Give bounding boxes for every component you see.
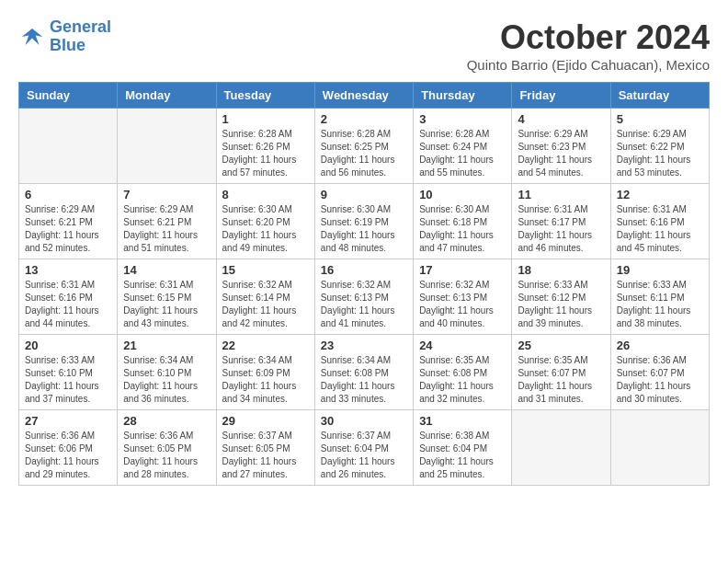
calendar-table: SundayMondayTuesdayWednesdayThursdayFrid… [18,82,710,486]
day-info: Sunrise: 6:33 AM Sunset: 6:12 PM Dayligh… [518,279,604,330]
header-row: SundayMondayTuesdayWednesdayThursdayFrid… [19,83,710,109]
day-number: 31 [419,414,506,428]
calendar-cell: 15Sunrise: 6:32 AM Sunset: 6:14 PM Dayli… [216,259,314,335]
calendar-cell: 18Sunrise: 6:33 AM Sunset: 6:12 PM Dayli… [512,259,610,335]
logo-text: General Blue [50,18,111,55]
title-section: October 2024 Quinto Barrio (Ejido Cahuac… [467,18,710,73]
calendar-cell [118,109,216,184]
day-number: 19 [617,263,703,277]
day-number: 11 [518,188,604,201]
day-info: Sunrise: 6:29 AM Sunset: 6:23 PM Dayligh… [518,128,604,179]
day-number: 9 [321,188,407,201]
day-info: Sunrise: 6:30 AM Sunset: 6:19 PM Dayligh… [321,203,407,255]
calendar-cell: 16Sunrise: 6:32 AM Sunset: 6:13 PM Dayli… [314,259,413,335]
day-info: Sunrise: 6:33 AM Sunset: 6:11 PM Dayligh… [617,279,703,330]
day-number: 16 [321,263,407,277]
day-info: Sunrise: 6:35 AM Sunset: 6:08 PM Dayligh… [419,354,506,406]
day-number: 5 [617,112,703,126]
calendar-cell [512,410,610,486]
calendar-cell: 9Sunrise: 6:30 AM Sunset: 6:19 PM Daylig… [314,184,413,259]
day-info: Sunrise: 6:28 AM Sunset: 6:25 PM Dayligh… [321,128,407,179]
day-info: Sunrise: 6:31 AM Sunset: 6:17 PM Dayligh… [518,203,604,255]
day-info: Sunrise: 6:32 AM Sunset: 6:13 PM Dayligh… [419,279,506,330]
calendar-cell: 25Sunrise: 6:35 AM Sunset: 6:07 PM Dayli… [512,335,610,410]
day-number: 26 [617,339,703,352]
calendar-week: 20Sunrise: 6:33 AM Sunset: 6:10 PM Dayli… [19,335,710,410]
calendar-cell: 13Sunrise: 6:31 AM Sunset: 6:16 PM Dayli… [19,259,118,335]
calendar-cell: 8Sunrise: 6:30 AM Sunset: 6:20 PM Daylig… [216,184,314,259]
day-number: 10 [419,188,506,201]
calendar-cell: 27Sunrise: 6:36 AM Sunset: 6:06 PM Dayli… [19,410,118,486]
month-title: October 2024 [467,18,710,57]
day-info: Sunrise: 6:34 AM Sunset: 6:09 PM Dayligh… [222,354,309,406]
day-info: Sunrise: 6:28 AM Sunset: 6:26 PM Dayligh… [222,128,309,179]
header-day: Monday [118,83,216,109]
calendar-week: 1Sunrise: 6:28 AM Sunset: 6:26 PM Daylig… [19,109,710,184]
header-day: Wednesday [314,83,413,109]
day-number: 15 [222,263,309,277]
day-info: Sunrise: 6:31 AM Sunset: 6:16 PM Dayligh… [617,203,703,255]
calendar-cell: 23Sunrise: 6:34 AM Sunset: 6:08 PM Dayli… [314,335,413,410]
day-info: Sunrise: 6:36 AM Sunset: 6:06 PM Dayligh… [25,430,111,481]
calendar-cell: 29Sunrise: 6:37 AM Sunset: 6:05 PM Dayli… [216,410,314,486]
logo: General Blue [18,18,111,55]
calendar-cell: 26Sunrise: 6:36 AM Sunset: 6:07 PM Dayli… [610,335,709,410]
header-day: Tuesday [216,83,314,109]
day-info: Sunrise: 6:29 AM Sunset: 6:21 PM Dayligh… [25,203,111,255]
day-number: 22 [222,339,309,352]
calendar-cell [19,109,118,184]
day-info: Sunrise: 6:36 AM Sunset: 6:07 PM Dayligh… [617,354,703,406]
day-info: Sunrise: 6:37 AM Sunset: 6:05 PM Dayligh… [222,430,309,481]
day-number: 12 [617,188,703,201]
calendar-cell: 20Sunrise: 6:33 AM Sunset: 6:10 PM Dayli… [19,335,118,410]
day-info: Sunrise: 6:28 AM Sunset: 6:24 PM Dayligh… [419,128,506,179]
day-number: 13 [25,263,111,277]
header-day: Sunday [19,83,118,109]
day-info: Sunrise: 6:32 AM Sunset: 6:14 PM Dayligh… [222,279,309,330]
calendar-cell: 14Sunrise: 6:31 AM Sunset: 6:15 PM Dayli… [118,259,216,335]
calendar-cell: 19Sunrise: 6:33 AM Sunset: 6:11 PM Dayli… [610,259,709,335]
logo-icon [18,23,46,51]
day-number: 27 [25,414,111,428]
day-number: 29 [222,414,309,428]
day-number: 25 [518,339,604,352]
calendar-cell [610,410,709,486]
header-day: Saturday [610,83,709,109]
day-number: 1 [222,112,309,126]
calendar-cell: 24Sunrise: 6:35 AM Sunset: 6:08 PM Dayli… [414,335,512,410]
day-info: Sunrise: 6:31 AM Sunset: 6:16 PM Dayligh… [25,279,111,330]
day-info: Sunrise: 6:29 AM Sunset: 6:21 PM Dayligh… [123,203,210,255]
day-number: 14 [123,263,210,277]
day-info: Sunrise: 6:30 AM Sunset: 6:20 PM Dayligh… [222,203,309,255]
day-number: 20 [25,339,111,352]
calendar-cell: 2Sunrise: 6:28 AM Sunset: 6:25 PM Daylig… [314,109,413,184]
day-number: 30 [321,414,407,428]
calendar-cell: 12Sunrise: 6:31 AM Sunset: 6:16 PM Dayli… [610,184,709,259]
day-number: 28 [123,414,210,428]
calendar-cell: 17Sunrise: 6:32 AM Sunset: 6:13 PM Dayli… [414,259,512,335]
day-info: Sunrise: 6:33 AM Sunset: 6:10 PM Dayligh… [25,354,111,406]
day-number: 18 [518,263,604,277]
day-number: 24 [419,339,506,352]
day-info: Sunrise: 6:34 AM Sunset: 6:08 PM Dayligh… [321,354,407,406]
day-number: 3 [419,112,506,126]
day-number: 2 [321,112,407,126]
day-number: 7 [123,188,210,201]
day-info: Sunrise: 6:29 AM Sunset: 6:22 PM Dayligh… [617,128,703,179]
location-subtitle: Quinto Barrio (Ejido Cahuacan), Mexico [467,57,710,73]
day-number: 6 [25,188,111,201]
calendar-cell: 28Sunrise: 6:36 AM Sunset: 6:05 PM Dayli… [118,410,216,486]
header-day: Thursday [414,83,512,109]
day-info: Sunrise: 6:38 AM Sunset: 6:04 PM Dayligh… [419,430,506,481]
page-header: General Blue October 2024 Quinto Barrio … [18,18,710,73]
calendar-cell: 10Sunrise: 6:30 AM Sunset: 6:18 PM Dayli… [414,184,512,259]
calendar-cell: 4Sunrise: 6:29 AM Sunset: 6:23 PM Daylig… [512,109,610,184]
calendar-cell: 3Sunrise: 6:28 AM Sunset: 6:24 PM Daylig… [414,109,512,184]
calendar-cell: 5Sunrise: 6:29 AM Sunset: 6:22 PM Daylig… [610,109,709,184]
calendar-cell: 7Sunrise: 6:29 AM Sunset: 6:21 PM Daylig… [118,184,216,259]
calendar-cell: 30Sunrise: 6:37 AM Sunset: 6:04 PM Dayli… [314,410,413,486]
svg-marker-0 [22,29,43,45]
day-info: Sunrise: 6:34 AM Sunset: 6:10 PM Dayligh… [123,354,210,406]
day-number: 23 [321,339,407,352]
calendar-cell: 22Sunrise: 6:34 AM Sunset: 6:09 PM Dayli… [216,335,314,410]
